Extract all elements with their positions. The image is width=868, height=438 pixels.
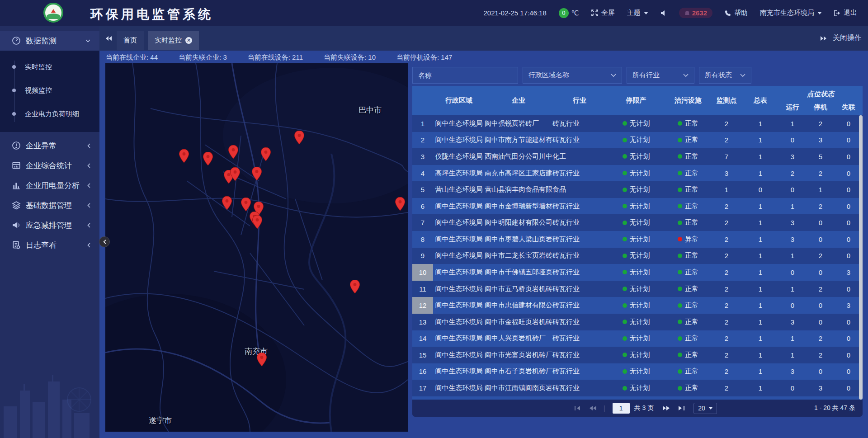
table-row[interactable]: 6 阆中生态环境局 阆中市金博瑞新型墙材 砖瓦行业 无计划 正常 2 1 1 2… — [412, 198, 863, 215]
cell-run: 3 — [778, 363, 807, 380]
cell-region: 阆中生态环境局 — [433, 231, 485, 248]
table-row[interactable]: 2 阆中生态环境局 阆中市南方节能建材有 砖瓦行业 无计划 正常 2 1 0 3… — [412, 132, 863, 149]
sidebar-item-power-analysis[interactable]: 企业用电量分析 — [0, 175, 99, 195]
table-row[interactable]: 11 阆中生态环境局 阆中市五马桥页岩机砖 砖瓦行业 无计划 正常 2 1 1 … — [412, 281, 863, 297]
cell-total: 1 — [742, 148, 778, 165]
map-pin-icon[interactable] — [203, 152, 213, 165]
row-number: 16 — [412, 363, 433, 380]
map-pin-icon[interactable] — [350, 280, 360, 293]
help-button[interactable]: 帮助 — [725, 9, 748, 17]
sidebar-item-data-monitor[interactable]: 数据监测 — [0, 31, 99, 51]
page-size-select[interactable]: 20 — [693, 403, 717, 414]
cell-facility: 正常 — [665, 248, 711, 264]
map-pin-icon[interactable] — [230, 167, 240, 181]
cell-region: 阆中生态环境局 — [433, 330, 485, 347]
industry-filter-select[interactable]: 所有行业 — [627, 67, 694, 84]
cell-region: 阆中生态环境局 — [433, 281, 485, 297]
map-pin-icon[interactable] — [222, 196, 232, 210]
table-row[interactable]: 5 营山生态环境局 营山县润丰肉食品有限 食品 无计划 正常 1 0 0 1 0 — [412, 181, 863, 198]
fullscreen-button[interactable]: 全屏 — [591, 9, 615, 17]
table-row[interactable]: 12 阆中生态环境局 阆中市忠信建材有限公 砖瓦行业 无计划 正常 2 1 0 … — [412, 297, 863, 314]
cell-limit: 无计划 — [607, 248, 665, 264]
cell-monitor: 2 — [711, 297, 742, 314]
status-filter-select[interactable]: 所有状态 — [699, 67, 751, 84]
table-row[interactable]: 13 阆中生态环境局 阆中市金福旺页岩机砖 砖瓦行业 无计划 正常 2 1 3 … — [412, 314, 863, 330]
sidebar-item-log-view[interactable]: 日志查看 — [0, 235, 99, 255]
tabs-scroll-left-icon[interactable] — [106, 35, 112, 43]
table-row[interactable]: 9 阆中生态环境局 阆中市二龙长宝页岩砖 砖瓦行业 无计划 正常 2 1 1 2… — [412, 248, 863, 264]
logout-button[interactable]: 退出 — [834, 9, 857, 17]
facility-status-dot — [678, 303, 682, 308]
first-page-icon[interactable] — [574, 405, 581, 411]
org-dropdown[interactable]: 南充市生态环境局 — [760, 9, 822, 17]
table-row[interactable]: 8 阆中生态环境局 阆中市枣碧大梁山页岩 砖瓦行业 无计划 异常 2 1 3 0… — [412, 231, 863, 248]
map-pin-icon[interactable] — [395, 197, 405, 211]
cell-stop: 5 — [807, 148, 835, 165]
map-pin-icon[interactable] — [257, 353, 267, 366]
stats-window-icon — [12, 161, 21, 170]
map-pin-icon[interactable] — [261, 147, 271, 161]
sidebar-item-emergency-reduction[interactable]: 应急减排管理 — [0, 215, 99, 235]
sidebar-item-enterprise-statistics[interactable]: 企业综合统计 — [0, 155, 99, 175]
table-row[interactable]: 14 阆中生态环境局 阆中大兴页岩机砖厂 砖瓦行业 无计划 正常 2 1 1 2… — [412, 330, 863, 347]
tab-home[interactable]: 首页 — [117, 31, 144, 50]
sidebar-item-basic-data[interactable]: 基础数据管理 — [0, 195, 99, 215]
chevron-down-icon — [85, 39, 90, 42]
table-row[interactable]: 17 阆中生态环境局 阆中市江南镇阆南页岩 砖瓦行业 无计划 正常 2 1 0 … — [412, 380, 863, 396]
name-filter-input[interactable] — [412, 67, 518, 84]
cell-stop: 3 — [807, 380, 835, 396]
prev-page-icon[interactable] — [589, 405, 597, 411]
table-row[interactable]: 10 阆中生态环境局 阆中市千佛镇五郎垭页岩 砖瓦行业 无计划 正常 2 1 0… — [412, 264, 863, 281]
close-tab-icon[interactable]: ✕ — [185, 37, 192, 44]
map-pin-icon[interactable] — [252, 215, 262, 229]
map-pin-icon[interactable] — [241, 198, 251, 211]
cell-industry: 砖瓦行业 — [552, 264, 607, 281]
table-row[interactable]: 16 阆中生态环境局 阆中市石子页岩机砖厂 砖瓦行业 无计划 正常 2 1 3 … — [412, 363, 863, 380]
cell-industry: 砖瓦行业 — [552, 380, 607, 396]
cell-facility: 正常 — [665, 347, 711, 363]
table-row[interactable]: 7 阆中生态环境局 阆中明阳建材有限公司 砖瓦行业 无计划 正常 2 1 3 0… — [412, 214, 863, 231]
map-pin-icon[interactable] — [252, 167, 262, 180]
chevron-down-icon — [644, 12, 648, 14]
map-pin-icon[interactable] — [228, 145, 238, 159]
table-row[interactable]: 15 阆中生态环境局 阆中市光富页岩机砖厂 砖瓦行业 无计划 正常 2 1 1 … — [412, 347, 863, 363]
facility-status-dot — [678, 188, 682, 192]
speaker-button[interactable] — [660, 10, 667, 16]
sidebar-item-power-load-detail[interactable]: 企业电力负荷明细 — [0, 102, 99, 126]
cell-monitor: 3 — [711, 165, 742, 182]
close-operations-button[interactable]: 关闭操作 — [833, 33, 862, 43]
cell-industry: 砖瓦行业 — [552, 248, 607, 264]
status-dot-green — [623, 138, 627, 142]
cell-region: 阆中生态环境局 — [433, 198, 485, 215]
cell-stop: 2 — [807, 198, 835, 215]
tabs-scroll-right-icon[interactable] — [820, 35, 826, 43]
cell-total: 1 — [742, 380, 778, 396]
table-scrollbar[interactable] — [859, 115, 863, 400]
sidebar-item-realtime-monitor[interactable]: 实时监控 — [0, 55, 99, 79]
table-row[interactable]: 4 高坪生态环境局 南充市高坪区王家店建 砖瓦行业 无计划 正常 3 1 2 2… — [412, 165, 863, 182]
cell-facility: 正常 — [665, 363, 711, 380]
tab-realtime-monitor[interactable]: 实时监控 ✕ — [148, 31, 199, 50]
cell-stop: 2 — [807, 115, 835, 132]
theme-dropdown[interactable]: 主题 — [627, 9, 648, 17]
next-page-icon[interactable] — [662, 405, 670, 411]
map-pin-icon[interactable] — [179, 149, 189, 163]
sidebar-collapse-button[interactable] — [99, 236, 110, 247]
page-input[interactable] — [613, 403, 630, 414]
cell-monitor: 2 — [711, 264, 742, 281]
pagination-bar: | 共 3 页 20 1 - 20 共 47 条 — [412, 400, 863, 417]
map-pin-icon[interactable] — [294, 131, 304, 144]
cell-lost: 0 — [835, 314, 863, 330]
map-panel[interactable]: 巴中市 南充市 遂宁市 — [105, 63, 408, 432]
cell-facility: 正常 — [665, 181, 711, 198]
sidebar-item-video-monitor[interactable]: 视频监控 — [0, 79, 99, 102]
chevron-down-icon — [683, 74, 689, 77]
region-filter-select[interactable]: 行政区域名称 — [523, 67, 622, 84]
last-page-icon[interactable] — [678, 405, 685, 411]
table-row[interactable]: 18 南部生态环境局 南部县瑞华古建有限公 砖瓦行业 无计划 正常 2 1 0 … — [412, 396, 863, 400]
table-row[interactable]: 1 阆中生态环境局 阆中强锐页岩砖厂 砖瓦行业 无计划 正常 2 1 1 2 0 — [412, 115, 863, 132]
table-row[interactable]: 3 仪陇生态环境局 西南油气田分公司川中 化工 无计划 正常 7 1 3 5 0 — [412, 148, 863, 165]
sidebar-item-enterprise-abnormal[interactable]: 企业异常 — [0, 136, 99, 155]
notification-badge[interactable]: 2632 — [679, 8, 712, 18]
cell-total: 1 — [742, 314, 778, 330]
